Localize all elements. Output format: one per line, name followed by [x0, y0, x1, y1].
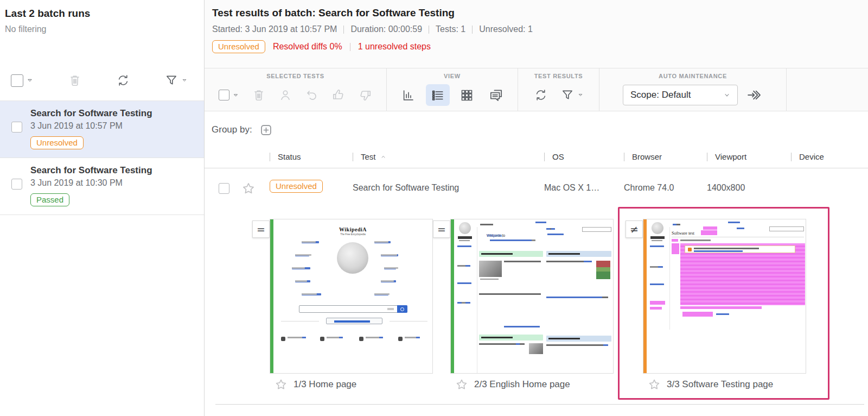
wikipedia-logo: [459, 222, 471, 234]
auto-maintenance-section: AUTO MAINTENANCE Scope: Default: [599, 68, 787, 111]
section-label: VIEW: [444, 73, 461, 79]
step-2-thumbnail[interactable]: Welcome to Wikipedia,: [450, 219, 614, 374]
match-equal-badge: =: [252, 220, 270, 238]
scope-value: Scope: Default: [630, 90, 691, 100]
app-window: Last 2 batch runs No filtering Search fo…: [0, 0, 868, 416]
favorite-star-icon[interactable]: [647, 377, 661, 392]
chart-view-button[interactable]: [397, 84, 420, 106]
assign-user-icon[interactable]: [278, 88, 292, 102]
diff-highlight: [650, 301, 665, 305]
test-viewport: 1400x800: [707, 183, 745, 193]
favorite-star-icon[interactable]: [455, 377, 469, 392]
scope-select[interactable]: Scope: Default: [623, 85, 738, 105]
portal-search-bar: [299, 305, 407, 313]
select-all-tests-checkbox[interactable]: [219, 90, 239, 100]
caret-down-icon[interactable]: [577, 92, 584, 98]
sister-project-icon: [398, 337, 403, 341]
checkbox[interactable]: [11, 74, 23, 87]
batch-date: 3 Jun 2019 at 10:30 PM: [30, 178, 152, 188]
on-this-day-header: [546, 336, 611, 342]
filter-results-button[interactable]: [560, 88, 584, 102]
news-photo: [596, 261, 610, 279]
delete-batch-icon[interactable]: [68, 73, 82, 87]
list-view-button-active[interactable]: [426, 84, 450, 106]
filter-icon[interactable]: [164, 73, 178, 87]
step-3-thumbnail[interactable]: Software test: [643, 219, 806, 374]
wikipedia-tagline: The Free Encyclopedia: [273, 233, 432, 236]
batch-run-item-selected[interactable]: Search for Software Testing 3 Jun 2019 a…: [0, 101, 204, 158]
grid-view-icon: [459, 88, 474, 103]
sort-ascending-icon: [379, 153, 387, 161]
column-test-sorted[interactable]: Test: [353, 152, 387, 161]
batch-status-badge: Unresolved: [30, 136, 84, 149]
undo-icon[interactable]: [305, 88, 319, 102]
toolbar-spacer: [787, 68, 868, 111]
diff-highlight: [682, 312, 713, 317]
resolved-diffs-label: Resolved diffs 0%: [273, 42, 342, 52]
test-name[interactable]: Search for Software Testing: [353, 183, 459, 193]
comments-icon: [488, 87, 504, 103]
thumbs-down-icon[interactable]: [358, 88, 372, 102]
step-1: = WikipediA The Free Encyclopedia: [252, 207, 433, 392]
divider: [350, 43, 350, 51]
caret-down-icon[interactable]: [181, 77, 188, 84]
column-os[interactable]: OS: [544, 152, 564, 161]
add-group-button[interactable]: [259, 123, 273, 137]
test-result-row[interactable]: Unresolved Search for Software Testing M…: [212, 175, 868, 204]
delete-tests-icon[interactable]: [252, 88, 266, 102]
batch-status-badge: Unresolved: [212, 40, 265, 53]
comments-view-button[interactable]: [484, 84, 508, 106]
batch-runs-sidebar: Last 2 batch runs No filtering Search fo…: [0, 0, 205, 416]
batch-status-badge: Passed: [30, 193, 69, 206]
column-viewport[interactable]: Viewport: [707, 152, 746, 161]
diff-not-equal-badge: ≠: [626, 220, 643, 238]
batch-run-item[interactable]: Search for Software Testing 3 Jun 2019 a…: [0, 158, 204, 215]
step-1-thumbnail[interactable]: WikipediA The Free Encyclopedia: [270, 219, 433, 374]
unresolved-steps-label: 1 unresolved steps: [358, 42, 431, 52]
batch-checkbox[interactable]: [11, 179, 22, 190]
chevron-down-icon: [722, 90, 732, 100]
grid-view-button[interactable]: [455, 84, 479, 106]
step-caption-text: 2/3 English Home page: [474, 379, 570, 390]
checkbox[interactable]: [219, 90, 229, 100]
page-search-box: [582, 227, 611, 232]
bar-chart-icon: [401, 88, 416, 103]
step-1-caption: 1/3 Home page: [274, 377, 433, 392]
apply-maintenance-icon[interactable]: [746, 87, 763, 103]
favorite-star-icon[interactable]: [274, 377, 288, 392]
column-browser[interactable]: Browser: [624, 152, 662, 161]
favorite-star-icon[interactable]: [241, 181, 256, 196]
test-checkbox[interactable]: [219, 183, 229, 194]
diff-highlight: [701, 230, 717, 235]
section-label: TEST RESULTS: [534, 73, 583, 79]
table-header-row: Status Test OS Browser Viewport Device: [212, 152, 868, 164]
select-all-batches-checkbox[interactable]: [11, 74, 34, 87]
thumbs-up-icon[interactable]: [331, 88, 346, 102]
column-device[interactable]: Device: [791, 152, 824, 161]
sidebar-filter-status: No filtering: [5, 24, 199, 34]
filter-batches-button[interactable]: [164, 73, 188, 87]
page-search-box: [769, 226, 804, 231]
column-status[interactable]: Status: [270, 152, 301, 161]
did-you-know-header: [479, 335, 543, 341]
read-in-language-button: [326, 318, 382, 324]
step-2-caption: 2/3 English Home page: [455, 377, 614, 392]
group-by-bar: Group by:: [212, 122, 868, 137]
sidebar-toolbar: [0, 68, 204, 93]
test-browser: Chrome 74.0: [624, 183, 674, 193]
step-caption-text: 3/3 Software Testing page: [667, 379, 773, 390]
diff-highlight: [672, 239, 678, 242]
group-by-label: Group by:: [212, 124, 252, 135]
divider: [429, 26, 429, 34]
featured-article-photo: [479, 261, 502, 277]
step-3-selected-wrapper: ≠: [618, 207, 829, 400]
refresh-batches-icon[interactable]: [116, 73, 130, 87]
batch-checkbox[interactable]: [11, 122, 22, 133]
refresh-results-icon[interactable]: [534, 88, 548, 102]
caret-down-icon[interactable]: [26, 77, 34, 84]
diff-highlight: [672, 243, 679, 254]
divider: [472, 26, 473, 34]
wikipedia-wordmark: WikipediA: [273, 226, 432, 232]
filter-icon[interactable]: [560, 88, 575, 102]
caret-down-icon[interactable]: [232, 92, 239, 99]
